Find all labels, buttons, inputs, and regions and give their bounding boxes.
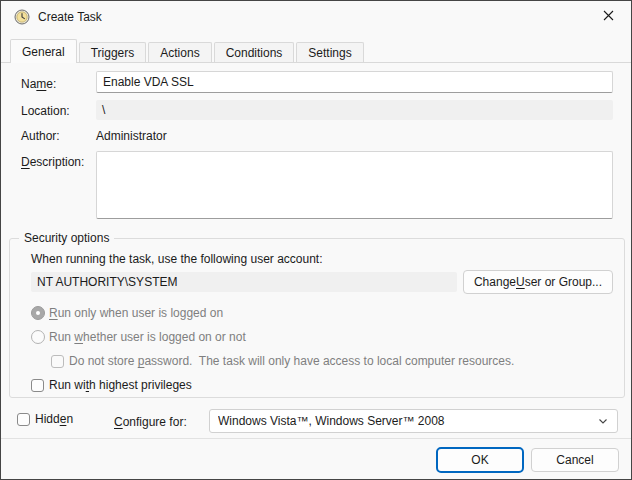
user-account-value-field: NT AUTHORITY\SYSTEM — [31, 272, 457, 292]
ok-button[interactable]: OK — [436, 447, 524, 473]
tab-general[interactable]: General — [10, 39, 77, 63]
tab-strip: General Triggers Actions Conditions Sett… — [10, 39, 366, 63]
description-label: Description: — [21, 155, 84, 169]
description-textarea[interactable] — [96, 151, 613, 219]
tab-settings[interactable]: Settings — [296, 42, 363, 62]
tab-conditions[interactable]: Conditions — [214, 42, 295, 62]
close-icon — [603, 10, 614, 24]
checkbox-hidden[interactable] — [17, 413, 30, 426]
location-label: Location: — [21, 104, 70, 118]
checkbox-row-hidden[interactable]: Hidden — [17, 412, 73, 426]
task-scheduler-clock-icon — [14, 9, 30, 25]
checkbox-label-hidden: Hidden — [35, 412, 73, 426]
security-options-group-label: Security options — [19, 231, 114, 245]
cancel-button[interactable]: Cancel — [531, 448, 619, 472]
radio-row-run-whether-logged-on[interactable]: Run whether user is logged on or not — [31, 330, 246, 344]
radio-button-run-only-logged-on[interactable] — [31, 306, 45, 320]
radio-label-run-whether-logged-on: Run whether user is logged on or not — [49, 330, 246, 344]
configure-for-selected-value: Windows Vista™, Windows Server™ 2008 — [218, 414, 597, 428]
configure-for-label: Configure for: — [114, 415, 187, 429]
task-name-input[interactable] — [96, 71, 613, 93]
window-title: Create Task — [38, 10, 102, 24]
checkbox-row-run-highest-privileges[interactable]: Run with highest privileges — [31, 378, 192, 392]
location-value-field: \ — [96, 100, 613, 120]
title-bar[interactable]: Create Task — [1, 1, 631, 33]
author-label: Author: — [21, 129, 60, 143]
configure-for-select[interactable]: Windows Vista™, Windows Server™ 2008 — [209, 409, 618, 433]
radio-button-run-whether-logged-on[interactable] — [31, 330, 45, 344]
tab-triggers[interactable]: Triggers — [79, 42, 147, 62]
checkbox-run-highest-privileges[interactable] — [31, 379, 44, 392]
author-value: Administrator — [96, 129, 167, 143]
checkbox-do-not-store-password[interactable] — [51, 355, 64, 368]
tab-actions[interactable]: Actions — [148, 42, 211, 62]
user-account-hint: When running the task, use the following… — [31, 252, 323, 266]
radio-row-run-only-logged-on[interactable]: Run only when user is logged on — [31, 306, 223, 320]
checkbox-label-run-highest-privileges: Run with highest privileges — [49, 378, 192, 392]
checkbox-row-do-not-store-password[interactable]: Do not store password. The task will onl… — [51, 354, 514, 368]
footer-separator-line — [1, 438, 631, 439]
name-label: Name: — [21, 77, 56, 91]
radio-label-run-only-logged-on: Run only when user is logged on — [49, 306, 223, 320]
close-button[interactable] — [585, 1, 631, 33]
change-user-or-group-button[interactable]: Change User or Group... — [463, 270, 613, 294]
chevron-down-icon — [597, 415, 609, 427]
checkbox-label-do-not-store-password: Do not store password. The task will onl… — [69, 354, 514, 368]
create-task-dialog: Create Task General Triggers Actions Con… — [0, 0, 632, 480]
